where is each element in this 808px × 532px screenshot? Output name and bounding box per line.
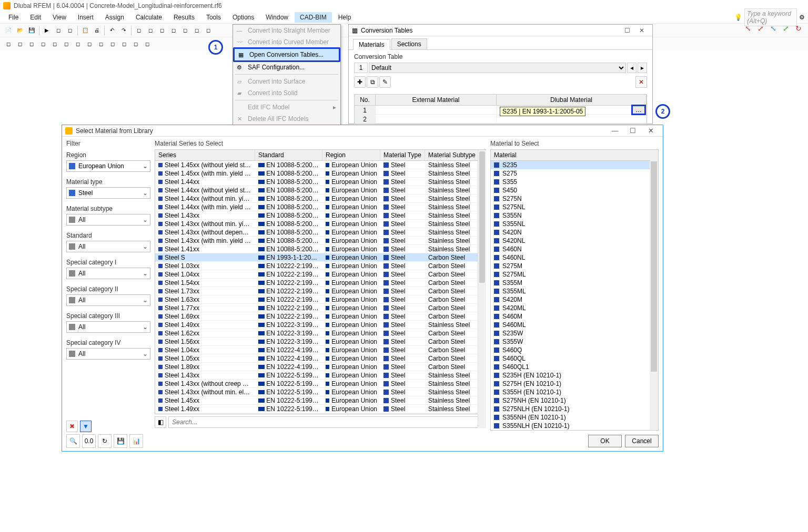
axis-xyz-icon[interactable]: ⤡ bbox=[745, 24, 755, 35]
series-row[interactable]: Steel 1.69xx EN 10222-2:1999-12 European… bbox=[155, 312, 486, 321]
tb-icon[interactable]: ◻ bbox=[96, 39, 106, 49]
series-row[interactable]: Steel 1.43xx (without dependent coe... E… bbox=[155, 228, 486, 237]
material-item[interactable]: S460M bbox=[491, 312, 658, 321]
scrollbar[interactable] bbox=[650, 160, 658, 430]
series-row[interactable]: Steel 1.49xx EN 10222-5:1999-12 European… bbox=[155, 405, 486, 413]
material-item[interactable]: S355ML bbox=[491, 287, 658, 295]
tb-redo-icon[interactable]: ↷ bbox=[118, 25, 129, 36]
tb-icon[interactable]: ◻ bbox=[73, 39, 83, 49]
material-item[interactable]: S460QL1 bbox=[491, 363, 658, 371]
material-item[interactable]: S460NL bbox=[491, 253, 658, 262]
tb-icon[interactable]: ◻ bbox=[65, 25, 75, 36]
material-item[interactable]: S275M bbox=[491, 262, 658, 270]
tb-print-icon[interactable]: 🖨 bbox=[92, 25, 102, 36]
menu-open-conversion-tables[interactable]: ▦Open Conversion Tables... bbox=[235, 49, 339, 60]
filter-select[interactable]: All⌄ bbox=[66, 348, 150, 360]
material-item[interactable]: S275NLH (EN 10210-1) bbox=[491, 405, 658, 413]
tb-save-icon[interactable]: 💾 bbox=[26, 25, 37, 36]
save-icon[interactable]: 💾 bbox=[114, 434, 127, 448]
filter-icon[interactable]: ▼ bbox=[80, 421, 92, 432]
tb-icon[interactable]: ◻ bbox=[134, 25, 144, 36]
report-icon[interactable]: 📊 bbox=[129, 434, 143, 448]
tb-open-icon[interactable]: 📂 bbox=[15, 25, 25, 36]
series-row[interactable]: Steel 1.04xx EN 10222-2:1999-12 European… bbox=[155, 270, 486, 279]
material-item[interactable]: S275NL bbox=[491, 203, 658, 211]
series-row[interactable]: Steel 1.44xx (without min. yield stren..… bbox=[155, 195, 486, 203]
filter-select[interactable]: European Union⌄ bbox=[66, 160, 150, 172]
series-row[interactable]: Steel 1.43xx EN 10088-5:2009-03 European… bbox=[155, 211, 486, 220]
material-item[interactable]: S460N bbox=[491, 245, 658, 253]
series-row[interactable]: Steel 1.43xx (without creep strength) EN… bbox=[155, 380, 486, 388]
material-item[interactable]: S450 bbox=[491, 186, 658, 195]
axis-icon[interactable]: ↻ bbox=[795, 24, 806, 35]
tb-icon[interactable]: ◻ bbox=[203, 25, 214, 36]
ok-button[interactable]: OK bbox=[588, 435, 622, 447]
material-item[interactable]: S355W bbox=[491, 337, 658, 346]
tb-icon[interactable]: ◻ bbox=[107, 39, 118, 49]
menu-view[interactable]: View bbox=[47, 12, 72, 23]
material-item[interactable]: S420ML bbox=[491, 304, 658, 312]
tb-icon[interactable]: ◻ bbox=[157, 25, 167, 36]
menu-file[interactable]: File bbox=[3, 12, 24, 23]
series-row[interactable]: Steel S EN 1993-1-1:2005-05 European Uni… bbox=[155, 253, 486, 262]
series-row[interactable]: Steel 1.54xx EN 10222-2:1999-12 European… bbox=[155, 279, 486, 287]
material-item[interactable]: S420M bbox=[491, 295, 658, 304]
tb-icon[interactable]: ◻ bbox=[180, 25, 190, 36]
help-icon[interactable]: 🔍 bbox=[66, 434, 80, 448]
series-row[interactable]: Steel 1.03xx EN 10222-2:1999-12 European… bbox=[155, 262, 486, 270]
series-row[interactable]: Steel 1.05xx EN 10222-4:1998-11 European… bbox=[155, 354, 486, 363]
tb-icon[interactable]: ◻ bbox=[38, 39, 48, 49]
copy-icon[interactable]: ⧉ bbox=[367, 76, 378, 88]
maximize-button[interactable]: ☐ bbox=[620, 27, 634, 34]
series-row[interactable]: Steel 1.45xx (without yield strength ...… bbox=[155, 161, 486, 169]
menu-tools[interactable]: Tools bbox=[201, 12, 226, 23]
material-item[interactable]: S275ML bbox=[491, 270, 658, 279]
col-msub[interactable]: Material Subtype bbox=[425, 150, 486, 160]
filter-select[interactable]: All⌄ bbox=[66, 241, 150, 252]
material-item[interactable]: S420N bbox=[491, 228, 658, 237]
material-item[interactable]: S275H (EN 10210-1) bbox=[491, 380, 658, 388]
edit-icon[interactable]: ✎ bbox=[379, 76, 391, 88]
col-material[interactable]: Material bbox=[491, 150, 658, 161]
menu-window[interactable]: Window bbox=[260, 12, 294, 23]
menu-results[interactable]: Results bbox=[168, 12, 200, 23]
delete-icon[interactable]: ✕ bbox=[635, 76, 647, 88]
filter-select[interactable]: All⌄ bbox=[66, 268, 150, 279]
browse-button[interactable]: … bbox=[631, 105, 646, 115]
color-icon[interactable]: ◧ bbox=[155, 416, 166, 428]
scrollbar[interactable] bbox=[478, 150, 486, 414]
material-item[interactable]: S355M bbox=[491, 279, 658, 287]
dlubal-cell[interactable]: S235 | EN 1993-1-1:2005-05 … bbox=[497, 106, 647, 114]
minimize-button[interactable]: — bbox=[606, 127, 624, 135]
new-icon[interactable]: ✚ bbox=[354, 76, 366, 88]
prev-button[interactable]: ◂ bbox=[627, 63, 637, 73]
material-item[interactable]: S275N bbox=[491, 195, 658, 203]
filter-select[interactable]: Steel⌄ bbox=[66, 187, 150, 199]
axis-icon[interactable]: ⤢ bbox=[783, 24, 793, 35]
col-standard[interactable]: Standard bbox=[255, 150, 322, 160]
material-item[interactable]: S235W bbox=[491, 329, 658, 337]
menu-saf-configuration[interactable]: ⚙SAF Configuration... bbox=[233, 62, 340, 73]
tb-icon[interactable]: ◻ bbox=[84, 39, 95, 49]
tb-undo-icon[interactable]: ↶ bbox=[107, 25, 117, 36]
tb-icon[interactable]: ◻ bbox=[49, 39, 60, 49]
material-item[interactable]: S275 bbox=[491, 169, 658, 178]
material-item[interactable]: S235H (EN 10210-1) bbox=[491, 371, 658, 380]
filter-select[interactable]: All⌄ bbox=[66, 294, 150, 306]
close-button[interactable]: ✕ bbox=[634, 27, 649, 34]
col-series[interactable]: Series bbox=[155, 150, 255, 160]
menu-edit[interactable]: Edit bbox=[25, 12, 46, 23]
tb-icon[interactable]: ◻ bbox=[168, 25, 179, 36]
series-row[interactable]: Steel 1.89xx EN 10222-4:1998-11 European… bbox=[155, 363, 486, 371]
refresh-icon[interactable]: ↻ bbox=[98, 434, 112, 448]
bulb-icon[interactable]: 💡 bbox=[734, 14, 742, 21]
axis-icon[interactable]: ⤡ bbox=[770, 24, 781, 35]
series-row[interactable]: Steel 1.44xx (with min. yield strength..… bbox=[155, 203, 486, 211]
filter-select[interactable]: All⌄ bbox=[66, 321, 150, 333]
material-item[interactable]: S355 bbox=[491, 178, 658, 186]
gear-icon[interactable]: ⚙ bbox=[799, 14, 805, 21]
tb-copy-icon[interactable]: 📋 bbox=[80, 25, 90, 36]
tb-icon[interactable]: ◻ bbox=[15, 39, 25, 49]
series-row[interactable]: Steel 1.73xx EN 10222-2:1999-12 European… bbox=[155, 287, 486, 295]
material-item[interactable]: S355N bbox=[491, 211, 658, 220]
